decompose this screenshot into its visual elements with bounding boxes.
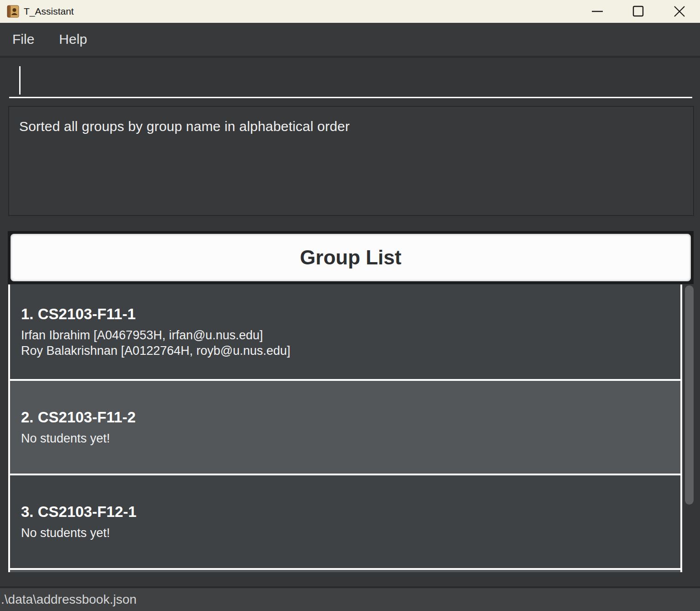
student-line: No students yet! <box>21 431 680 446</box>
result-display: Sorted all groups by group name in alpha… <box>8 106 694 216</box>
group-list-header-frame: Group List <box>8 231 694 284</box>
group-list-header: Group List <box>10 234 691 281</box>
group-cell-partial[interactable] <box>10 568 680 572</box>
close-icon <box>673 5 686 18</box>
group-students: Irfan Ibrahim [A0467953H, irfan@u.nus.ed… <box>21 327 680 358</box>
group-title: 2. CS2103-F11-2 <box>21 409 680 426</box>
menu-bar: File Help <box>0 23 700 58</box>
status-bar: .\data\addressbook.json <box>0 586 700 611</box>
status-file-path: .\data\addressbook.json <box>1 592 136 607</box>
group-cell[interactable]: 1. CS2103-F11-1 Irfan Ibrahim [A0467953H… <box>10 284 680 379</box>
scrollbar-thumb[interactable] <box>685 285 694 505</box>
window-title: T_Assistant <box>24 6 74 17</box>
address-book-icon <box>6 5 19 18</box>
command-section <box>0 58 700 106</box>
maximize-button[interactable] <box>618 0 659 23</box>
command-input[interactable] <box>9 58 692 97</box>
text-caret <box>19 66 21 95</box>
maximize-icon <box>632 5 645 18</box>
group-students: No students yet! <box>21 431 680 446</box>
minimize-icon <box>591 5 604 18</box>
group-title: 1. CS2103-F11-1 <box>21 306 680 323</box>
group-cell[interactable]: 2. CS2103-F11-2 No students yet! <box>10 379 680 474</box>
command-box[interactable] <box>9 58 692 98</box>
group-students: No students yet! <box>21 525 680 541</box>
menu-file[interactable]: File <box>0 23 47 56</box>
group-title: 3. CS2103-F12-1 <box>21 503 680 521</box>
student-line: Roy Balakrishnan [A0122764H, royb@u.nus.… <box>21 343 680 358</box>
group-list: 1. CS2103-F11-1 Irfan Ibrahim [A0467953H… <box>8 284 682 572</box>
close-button[interactable] <box>659 0 700 23</box>
result-text: Sorted all groups by group name in alpha… <box>9 107 693 134</box>
student-line: Irfan Ibrahim [A0467953H, irfan@u.nus.ed… <box>21 327 680 343</box>
minimize-button[interactable] <box>577 0 618 23</box>
title-bar: T_Assistant <box>0 0 700 23</box>
student-line: No students yet! <box>21 525 680 541</box>
window-controls <box>577 0 700 23</box>
group-list-area: 1. CS2103-F11-1 Irfan Ibrahim [A0467953H… <box>0 284 700 586</box>
menu-help[interactable]: Help <box>47 23 99 56</box>
app-window: T_Assistant File Help So <box>0 0 700 611</box>
group-list-title: Group List <box>300 246 401 269</box>
group-cell[interactable]: 3. CS2103-F12-1 No students yet! <box>10 474 680 568</box>
